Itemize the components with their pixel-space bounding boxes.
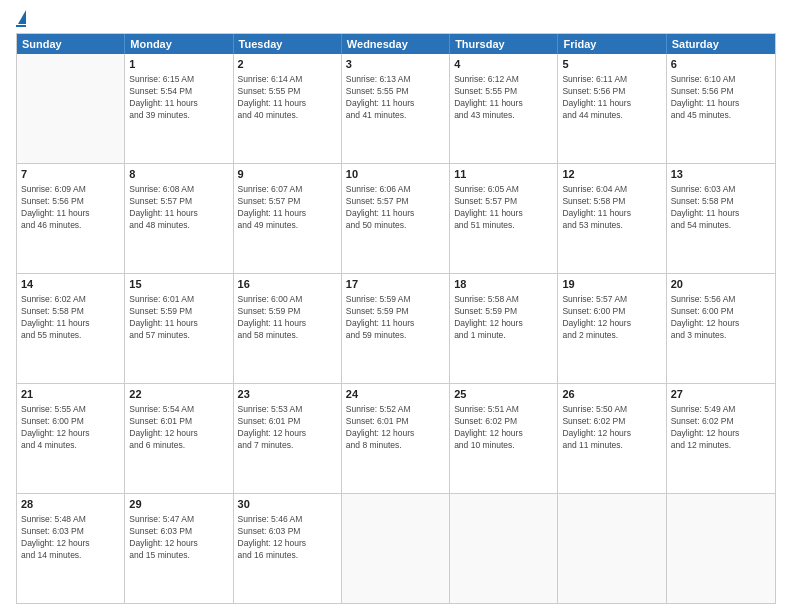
day-cell-2: 2Sunrise: 6:14 AM Sunset: 5:55 PM Daylig…	[234, 54, 342, 163]
day-detail: Sunrise: 5:57 AM Sunset: 6:00 PM Dayligh…	[562, 294, 631, 340]
day-number: 8	[129, 167, 228, 182]
day-detail: Sunrise: 5:52 AM Sunset: 6:01 PM Dayligh…	[346, 404, 415, 450]
day-detail: Sunrise: 6:14 AM Sunset: 5:55 PM Dayligh…	[238, 74, 307, 120]
day-detail: Sunrise: 6:06 AM Sunset: 5:57 PM Dayligh…	[346, 184, 415, 230]
day-number: 23	[238, 387, 337, 402]
day-number: 21	[21, 387, 120, 402]
day-detail: Sunrise: 5:53 AM Sunset: 6:01 PM Dayligh…	[238, 404, 307, 450]
day-cell-empty	[17, 54, 125, 163]
day-detail: Sunrise: 5:54 AM Sunset: 6:01 PM Dayligh…	[129, 404, 198, 450]
day-detail: Sunrise: 5:59 AM Sunset: 5:59 PM Dayligh…	[346, 294, 415, 340]
header-day-sunday: Sunday	[17, 34, 125, 54]
day-detail: Sunrise: 6:04 AM Sunset: 5:58 PM Dayligh…	[562, 184, 631, 230]
day-number: 28	[21, 497, 120, 512]
logo-text	[16, 12, 26, 24]
day-cell-19: 19Sunrise: 5:57 AM Sunset: 6:00 PM Dayli…	[558, 274, 666, 383]
day-cell-23: 23Sunrise: 5:53 AM Sunset: 6:01 PM Dayli…	[234, 384, 342, 493]
day-detail: Sunrise: 6:10 AM Sunset: 5:56 PM Dayligh…	[671, 74, 740, 120]
logo-underline	[16, 25, 26, 27]
day-number: 24	[346, 387, 445, 402]
day-cell-14: 14Sunrise: 6:02 AM Sunset: 5:58 PM Dayli…	[17, 274, 125, 383]
day-number: 19	[562, 277, 661, 292]
day-cell-29: 29Sunrise: 5:47 AM Sunset: 6:03 PM Dayli…	[125, 494, 233, 603]
calendar: SundayMondayTuesdayWednesdayThursdayFrid…	[16, 33, 776, 604]
day-cell-4: 4Sunrise: 6:12 AM Sunset: 5:55 PM Daylig…	[450, 54, 558, 163]
logo-triangle-icon	[18, 10, 26, 24]
calendar-row-1: 1Sunrise: 6:15 AM Sunset: 5:54 PM Daylig…	[17, 54, 775, 164]
calendar-row-2: 7Sunrise: 6:09 AM Sunset: 5:56 PM Daylig…	[17, 164, 775, 274]
day-number: 17	[346, 277, 445, 292]
day-detail: Sunrise: 5:55 AM Sunset: 6:00 PM Dayligh…	[21, 404, 90, 450]
header-day-wednesday: Wednesday	[342, 34, 450, 54]
day-number: 15	[129, 277, 228, 292]
calendar-body: 1Sunrise: 6:15 AM Sunset: 5:54 PM Daylig…	[17, 54, 775, 603]
day-detail: Sunrise: 6:01 AM Sunset: 5:59 PM Dayligh…	[129, 294, 198, 340]
header-day-thursday: Thursday	[450, 34, 558, 54]
day-detail: Sunrise: 6:12 AM Sunset: 5:55 PM Dayligh…	[454, 74, 523, 120]
day-cell-10: 10Sunrise: 6:06 AM Sunset: 5:57 PM Dayli…	[342, 164, 450, 273]
calendar-row-5: 28Sunrise: 5:48 AM Sunset: 6:03 PM Dayli…	[17, 494, 775, 603]
header-day-monday: Monday	[125, 34, 233, 54]
day-cell-28: 28Sunrise: 5:48 AM Sunset: 6:03 PM Dayli…	[17, 494, 125, 603]
day-number: 10	[346, 167, 445, 182]
day-cell-25: 25Sunrise: 5:51 AM Sunset: 6:02 PM Dayli…	[450, 384, 558, 493]
day-cell-13: 13Sunrise: 6:03 AM Sunset: 5:58 PM Dayli…	[667, 164, 775, 273]
day-detail: Sunrise: 6:07 AM Sunset: 5:57 PM Dayligh…	[238, 184, 307, 230]
logo	[16, 12, 26, 27]
calendar-row-3: 14Sunrise: 6:02 AM Sunset: 5:58 PM Dayli…	[17, 274, 775, 384]
day-detail: Sunrise: 5:51 AM Sunset: 6:02 PM Dayligh…	[454, 404, 523, 450]
day-number: 2	[238, 57, 337, 72]
day-cell-20: 20Sunrise: 5:56 AM Sunset: 6:00 PM Dayli…	[667, 274, 775, 383]
day-detail: Sunrise: 5:56 AM Sunset: 6:00 PM Dayligh…	[671, 294, 740, 340]
day-cell-12: 12Sunrise: 6:04 AM Sunset: 5:58 PM Dayli…	[558, 164, 666, 273]
day-cell-21: 21Sunrise: 5:55 AM Sunset: 6:00 PM Dayli…	[17, 384, 125, 493]
day-number: 12	[562, 167, 661, 182]
calendar-row-4: 21Sunrise: 5:55 AM Sunset: 6:00 PM Dayli…	[17, 384, 775, 494]
day-number: 1	[129, 57, 228, 72]
day-number: 20	[671, 277, 771, 292]
day-number: 22	[129, 387, 228, 402]
page: SundayMondayTuesdayWednesdayThursdayFrid…	[0, 0, 792, 612]
day-detail: Sunrise: 6:05 AM Sunset: 5:57 PM Dayligh…	[454, 184, 523, 230]
day-number: 26	[562, 387, 661, 402]
day-cell-11: 11Sunrise: 6:05 AM Sunset: 5:57 PM Dayli…	[450, 164, 558, 273]
day-detail: Sunrise: 6:15 AM Sunset: 5:54 PM Dayligh…	[129, 74, 198, 120]
day-number: 9	[238, 167, 337, 182]
day-cell-empty	[558, 494, 666, 603]
day-number: 14	[21, 277, 120, 292]
day-cell-26: 26Sunrise: 5:50 AM Sunset: 6:02 PM Dayli…	[558, 384, 666, 493]
day-number: 11	[454, 167, 553, 182]
day-detail: Sunrise: 6:02 AM Sunset: 5:58 PM Dayligh…	[21, 294, 90, 340]
day-cell-30: 30Sunrise: 5:46 AM Sunset: 6:03 PM Dayli…	[234, 494, 342, 603]
day-number: 5	[562, 57, 661, 72]
day-cell-8: 8Sunrise: 6:08 AM Sunset: 5:57 PM Daylig…	[125, 164, 233, 273]
day-cell-22: 22Sunrise: 5:54 AM Sunset: 6:01 PM Dayli…	[125, 384, 233, 493]
day-number: 30	[238, 497, 337, 512]
day-number: 4	[454, 57, 553, 72]
day-detail: Sunrise: 5:46 AM Sunset: 6:03 PM Dayligh…	[238, 514, 307, 560]
day-cell-7: 7Sunrise: 6:09 AM Sunset: 5:56 PM Daylig…	[17, 164, 125, 273]
header-day-saturday: Saturday	[667, 34, 775, 54]
day-detail: Sunrise: 5:47 AM Sunset: 6:03 PM Dayligh…	[129, 514, 198, 560]
header-day-tuesday: Tuesday	[234, 34, 342, 54]
day-detail: Sunrise: 5:49 AM Sunset: 6:02 PM Dayligh…	[671, 404, 740, 450]
day-number: 29	[129, 497, 228, 512]
day-cell-15: 15Sunrise: 6:01 AM Sunset: 5:59 PM Dayli…	[125, 274, 233, 383]
day-cell-empty	[342, 494, 450, 603]
day-detail: Sunrise: 6:09 AM Sunset: 5:56 PM Dayligh…	[21, 184, 90, 230]
header	[16, 12, 776, 27]
day-detail: Sunrise: 6:13 AM Sunset: 5:55 PM Dayligh…	[346, 74, 415, 120]
day-cell-6: 6Sunrise: 6:10 AM Sunset: 5:56 PM Daylig…	[667, 54, 775, 163]
day-number: 6	[671, 57, 771, 72]
day-number: 7	[21, 167, 120, 182]
day-detail: Sunrise: 5:48 AM Sunset: 6:03 PM Dayligh…	[21, 514, 90, 560]
day-cell-1: 1Sunrise: 6:15 AM Sunset: 5:54 PM Daylig…	[125, 54, 233, 163]
day-detail: Sunrise: 6:00 AM Sunset: 5:59 PM Dayligh…	[238, 294, 307, 340]
day-detail: Sunrise: 5:58 AM Sunset: 5:59 PM Dayligh…	[454, 294, 523, 340]
day-cell-empty	[667, 494, 775, 603]
day-detail: Sunrise: 6:03 AM Sunset: 5:58 PM Dayligh…	[671, 184, 740, 230]
day-cell-18: 18Sunrise: 5:58 AM Sunset: 5:59 PM Dayli…	[450, 274, 558, 383]
day-cell-9: 9Sunrise: 6:07 AM Sunset: 5:57 PM Daylig…	[234, 164, 342, 273]
day-detail: Sunrise: 6:08 AM Sunset: 5:57 PM Dayligh…	[129, 184, 198, 230]
day-cell-5: 5Sunrise: 6:11 AM Sunset: 5:56 PM Daylig…	[558, 54, 666, 163]
